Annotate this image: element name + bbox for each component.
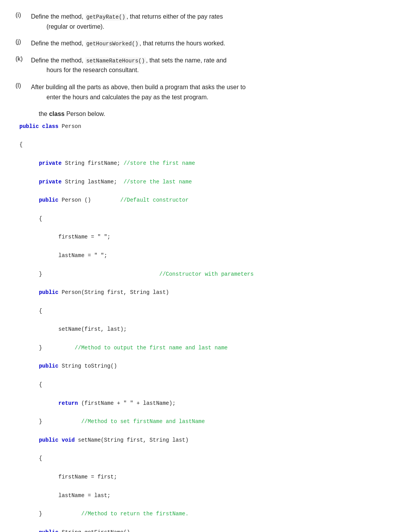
code-line-18: public void setName(String first, String… (19, 436, 394, 445)
code-line-17: } //Method to set firstName and lastName (19, 417, 394, 427)
text-i-cont: (regular or overtime). (31, 22, 394, 32)
code-line-12: setName(first, last); (19, 325, 394, 334)
code-line-13: } //Method to output the first name and … (19, 344, 394, 353)
kw-class-1: class (42, 123, 58, 130)
text-k: Define the method, setNameRateHours(), t… (31, 55, 394, 75)
code-line-10: public Person(String first, String last) (19, 288, 394, 297)
kw-public-5: public (39, 437, 58, 443)
code-block: public class Person { private String fir… (15, 122, 394, 532)
code-line-9: } //Constructor with parameters (19, 270, 394, 279)
kw-public-6: public (39, 529, 58, 532)
list-item-k: (k) Define the method, setNameRateHours(… (15, 55, 394, 75)
list-item-l: (l) After building all the parts as abov… (15, 82, 394, 102)
label-k: (k) (15, 55, 31, 62)
comment-2: //store the last name (124, 179, 192, 185)
comment-5: //Method to output the first name and la… (75, 345, 228, 351)
text-k-cont: hours for the research consultant. (31, 65, 394, 75)
code-line-14: public String toString() (19, 362, 394, 371)
kw-public-1: public (19, 123, 39, 130)
code-line-16: return (firstName + " " + lastName); (19, 399, 394, 408)
code-line-7: firstName = " "; (19, 233, 394, 242)
label-j: (j) (15, 38, 31, 45)
class-intro: the class Person below. (15, 109, 394, 119)
code-line-8: lastName = " "; (19, 251, 394, 261)
code-line-23: public String getFirstName() (19, 528, 394, 532)
kw-public-3: public (39, 289, 58, 295)
kw-public-4: public (39, 363, 58, 369)
kw-private-2: private (39, 179, 62, 185)
kw-return-1: return (58, 400, 78, 406)
label-i: (i) (15, 12, 31, 19)
code-line-5: public Person () //Default constructor (19, 196, 394, 205)
code-line-2: { (19, 140, 394, 150)
code-getPayRate: getPayRate() (85, 14, 127, 21)
code-line-11: { (19, 307, 394, 316)
code-setNameRateHours: setNameRateHours() (85, 57, 146, 64)
text-l: After building all the parts as above, t… (31, 82, 394, 102)
comment-7: //Method to return the firstName. (81, 511, 189, 517)
list-item-j: (j) Define the method, getHoursWorked(),… (15, 38, 394, 48)
comment-3: //Default constructor (120, 197, 188, 203)
code-line-22: } //Method to return the firstName. (19, 510, 394, 519)
code-line-4: private String lastName; //store the las… (19, 178, 394, 187)
code-line-1: public class Person (19, 122, 394, 131)
kw-private-1: private (39, 160, 62, 166)
code-getHoursWorked: getHoursWorked() (85, 40, 139, 47)
text-i: Define the method, getPayRate(), that re… (31, 12, 394, 31)
comment-4: //Constructor with parameters (159, 271, 254, 277)
kw-void-1: void (62, 437, 75, 443)
label-l: (l) (15, 82, 31, 89)
list-item-i: (i) Define the method, getPayRate(), tha… (15, 12, 394, 31)
code-line-3: private String firstName; //store the fi… (19, 159, 394, 168)
text-l-cont: enter the hours and calculates the pay a… (31, 92, 394, 102)
keyword-class-intro: class (49, 111, 65, 117)
comment-6: //Method to set firstName and lastName (81, 418, 205, 425)
code-line-6: { (19, 214, 394, 224)
code-line-19: { (19, 454, 394, 463)
comment-1: //store the first name (124, 160, 195, 166)
code-line-21: lastName = last; (19, 491, 394, 501)
text-j: Define the method, getHoursWorked(), tha… (31, 38, 394, 48)
kw-public-2: public (39, 197, 58, 203)
code-line-20: firstName = first; (19, 473, 394, 482)
content-area: (i) Define the method, getPayRate(), tha… (15, 12, 394, 532)
code-line-15: { (19, 380, 394, 390)
